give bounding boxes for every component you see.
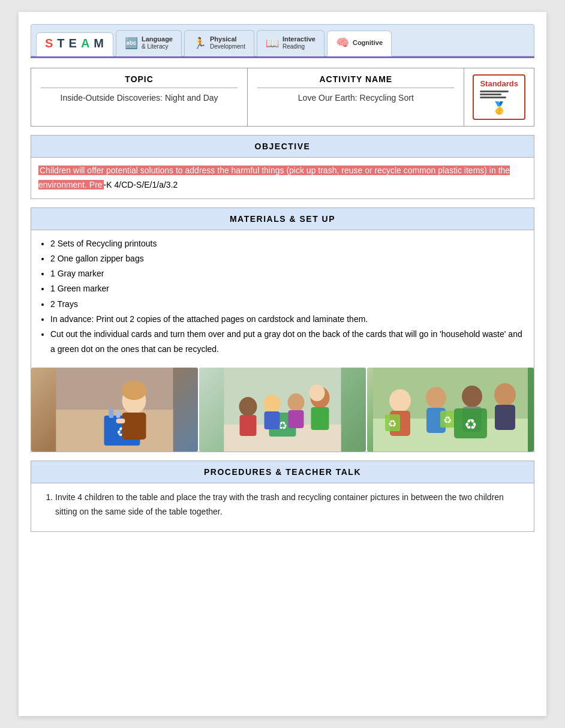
tab-interactive-text: Interactive Reading (282, 35, 315, 50)
tab-language-text: Language & Literacy (142, 35, 173, 50)
list-item: Cut out the individual cards and turn th… (50, 327, 524, 357)
svg-point-16 (264, 395, 281, 413)
interactive-icon: 📖 (266, 37, 279, 50)
procedures-section: PROCEDURES & TEACHER TALK Invite 4 child… (31, 461, 534, 532)
list-item: In advance: Print out 2 copies of the at… (50, 312, 524, 327)
photo-1: ♻ (31, 368, 198, 452)
steam-a: A (81, 37, 90, 50)
tab-steam[interactable]: STEAM (36, 32, 113, 56)
procedures-body: Invite 4 children to the table and place… (31, 483, 534, 531)
svg-text:♻: ♻ (388, 419, 396, 429)
steam-t: T (57, 37, 65, 50)
svg-point-25 (389, 389, 411, 412)
photos-row: ♻ (31, 368, 534, 452)
svg-rect-21 (311, 407, 329, 430)
activity-value: Love Our Earth: Recycling Sort (257, 93, 454, 103)
standards-box: Standards 🥇 (473, 74, 525, 120)
svg-rect-9 (116, 411, 121, 418)
procedures-list: Invite 4 children to the table and place… (41, 491, 524, 519)
svg-rect-5 (122, 413, 146, 440)
svg-point-29 (426, 387, 446, 408)
std-line-2 (480, 94, 501, 95)
svg-point-33 (462, 386, 482, 407)
tab-bar-accent (31, 56, 534, 58)
tab-cognitive-text: Cognitive (353, 39, 383, 47)
svg-point-35 (494, 383, 516, 406)
std-line-3 (480, 97, 506, 98)
svg-rect-36 (495, 405, 515, 430)
svg-point-6 (122, 381, 147, 400)
svg-rect-7 (116, 419, 125, 423)
procedures-header: PROCEDURES & TEACHER TALK (31, 461, 534, 483)
svg-text:♻: ♻ (443, 415, 452, 425)
objective-header: OBJECTIVE (31, 136, 534, 158)
language-icon: 🔤 (125, 37, 138, 50)
materials-header: MATERIALS & SET UP (31, 208, 534, 230)
objective-code: -K 4/CD-S/E/1/a/3.2 (104, 180, 178, 189)
tab-bar: STEAM 🔤 Language & Literacy 🏃 Physical D… (31, 24, 534, 56)
tab-language[interactable]: 🔤 Language & Literacy (116, 30, 182, 56)
svg-rect-17 (265, 411, 280, 429)
tab-physical-text: Physical Development (210, 35, 245, 50)
steam-e: E (69, 37, 77, 50)
std-lines (480, 91, 518, 98)
list-item: Invite 4 children to the table and place… (55, 491, 524, 519)
svg-point-22 (309, 384, 325, 401)
activity-header: ACTIVITY NAME (257, 74, 454, 88)
materials-section: MATERIALS & SET UP 2 Sets of Recycling p… (31, 207, 534, 453)
tab-cognitive[interactable]: 🧠 Cognitive (327, 31, 392, 56)
physical-icon: 🏃 (193, 37, 206, 50)
steam-m: M (94, 37, 104, 50)
materials-list: 2 Sets of Recycling printouts 2 One gall… (31, 230, 534, 363)
list-item: 2 Trays (50, 297, 524, 312)
std-medal: 🥇 (480, 101, 518, 115)
standards-label: Standards (480, 79, 518, 88)
cognitive-icon: 🧠 (336, 36, 349, 49)
standards-badge: Standards 🥇 (464, 68, 534, 126)
svg-rect-19 (288, 410, 304, 428)
objective-section: OBJECTIVE Children will offer potential … (31, 135, 534, 199)
list-item: 1 Green marker (50, 281, 524, 296)
steam-s: S (45, 37, 53, 50)
objective-text-body: Children will offer potential solutions … (31, 158, 534, 198)
tab-interactive[interactable]: 📖 Interactive Reading (257, 30, 324, 56)
tab-physical[interactable]: 🏃 Physical Development (184, 30, 254, 56)
list-item: 1 Gray marker (50, 266, 524, 281)
std-line-1 (480, 91, 509, 92)
svg-rect-8 (109, 408, 114, 418)
topic-activity-table: TOPIC Inside-Outside Discoveries: Night … (31, 68, 534, 127)
topic-header: TOPIC (41, 74, 238, 88)
photo-2: ♻ (199, 368, 366, 452)
photo-3: ♻ ♻ ♻ (367, 368, 534, 452)
main-page: STEAM 🔤 Language & Literacy 🏃 Physical D… (19, 12, 546, 716)
svg-point-18 (288, 393, 305, 411)
list-item: 2 One gallon zipper bags (50, 251, 524, 266)
list-item: 2 Sets of Recycling printouts (50, 236, 524, 251)
topic-cell: TOPIC Inside-Outside Discoveries: Night … (31, 68, 248, 126)
topic-value: Inside-Outside Discoveries: Night and Da… (41, 93, 238, 103)
svg-text:♻: ♻ (464, 416, 477, 432)
svg-point-14 (239, 397, 257, 416)
svg-rect-15 (240, 415, 257, 436)
activity-cell: ACTIVITY NAME Love Our Earth: Recycling … (248, 68, 464, 126)
